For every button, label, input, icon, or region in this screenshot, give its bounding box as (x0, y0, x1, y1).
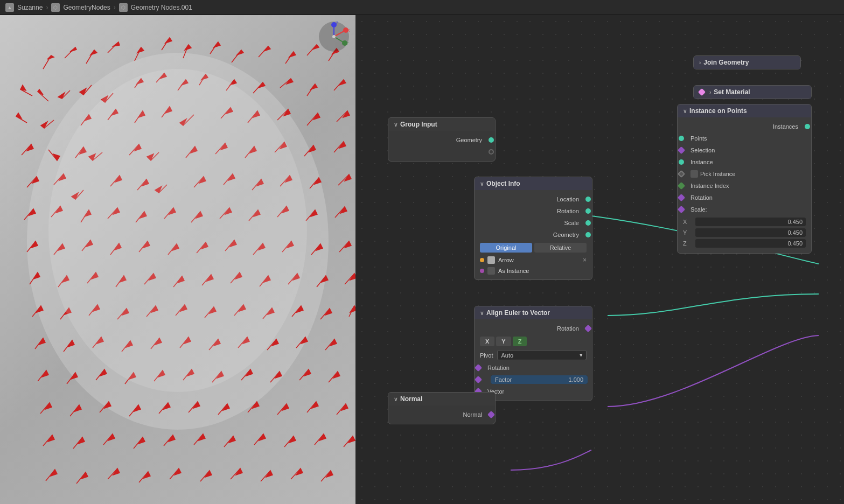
align-euler-rotation-input-socket[interactable] (475, 364, 482, 372)
svg-marker-4 (70, 47, 76, 52)
set-material-chevron: › (709, 89, 711, 95)
node-object-info-header[interactable]: ∨ Object Info (475, 177, 592, 190)
iop-scale-x-val[interactable]: 0.450 (695, 218, 806, 226)
viewport-nav[interactable]: X Y Z (318, 20, 350, 53)
iop-selection-socket[interactable] (678, 146, 685, 154)
svg-marker-286 (312, 402, 318, 408)
object-info-scale-socket[interactable] (585, 220, 591, 226)
breadcrumb-geometry-nodes-001[interactable]: Geometry Nodes.001 (131, 4, 192, 11)
svg-marker-220 (325, 309, 332, 315)
svg-marker-320 (175, 468, 181, 475)
object-info-relative-btn[interactable]: Relative (534, 243, 587, 253)
align-euler-rotation-input-row: Rotation (475, 362, 592, 374)
node-group-input[interactable]: ∨ Group Input Geometry (388, 117, 496, 162)
iop-scale-x-row: X 0.450 (683, 216, 806, 227)
iop-instance-socket[interactable] (679, 159, 684, 165)
object-info-title: Object Info (486, 180, 520, 187)
object-info-location-socket[interactable] (585, 197, 591, 202)
svg-marker-312 (51, 470, 57, 476)
node-instance-on-points[interactable]: ∨ Instance on Points Instances Points Se… (677, 104, 812, 254)
align-euler-pivot-select[interactable]: Auto ▾ (497, 350, 587, 360)
node-align-euler[interactable]: ∨ Align Euler to Vector Rotation X Y Z P… (474, 306, 592, 401)
align-euler-factor-bar[interactable]: Factor 1.000 (491, 375, 588, 384)
node-object-info[interactable]: ∨ Object Info Location Rotation Scale Ge… (474, 177, 592, 280)
object-info-geometry-socket[interactable] (585, 232, 591, 237)
iop-title: Instance on Points (689, 107, 747, 115)
svg-text:Z: Z (336, 20, 338, 25)
object-info-geometry-row: Geometry (475, 229, 592, 241)
align-euler-factor-socket[interactable] (475, 376, 482, 383)
node-normal-header[interactable]: ∨ Normal (388, 393, 495, 405)
object-close-btn[interactable]: × (583, 256, 587, 264)
object-info-geometry-label: Geometry (553, 232, 579, 238)
group-input-geometry-socket[interactable] (489, 137, 494, 143)
svg-marker-222 (350, 306, 355, 312)
breadcrumb-geometry-nodes[interactable]: GeometryNodes (63, 4, 110, 11)
iop-scale-socket[interactable] (678, 206, 685, 213)
iop-scale-label: Scale: (690, 206, 707, 213)
align-euler-rotation-socket[interactable] (584, 325, 592, 332)
iop-instances-socket[interactable] (805, 124, 810, 129)
as-instance-label: As Instance (498, 268, 587, 274)
svg-marker-310 (348, 436, 355, 443)
node-iop-header[interactable]: ∨ Instance on Points (678, 104, 811, 117)
iop-selection-row: Selection (678, 144, 811, 156)
align-euler-z-btn[interactable]: Z (513, 337, 527, 346)
svg-marker-296 (138, 437, 145, 444)
normal-output-row: Normal (388, 409, 495, 421)
iop-points-label: Points (690, 135, 707, 142)
iop-instance-index-label: Instance Index (690, 183, 729, 189)
svg-marker-6 (90, 50, 97, 55)
object-info-as-instance-row: As Instance (475, 265, 592, 276)
iop-scale-y-val[interactable]: 0.450 (695, 228, 806, 237)
svg-marker-264 (304, 369, 311, 376)
align-euler-body: Rotation X Y Z Pivot Auto ▾ (475, 319, 592, 401)
align-euler-rotation-input-label: Rotation (487, 365, 510, 371)
main-area: X Y Z ∨ Gr (0, 15, 844, 504)
node-join-geometry[interactable]: › Join Geometry (693, 55, 801, 69)
svg-marker-54 (339, 80, 346, 85)
iop-scale-y-label: Y (683, 229, 691, 236)
normal-output-socket[interactable] (487, 411, 495, 418)
object-info-scale-row: Scale (475, 217, 592, 229)
iop-points-socket[interactable] (679, 136, 684, 141)
node-group-input-header[interactable]: ∨ Group Input (388, 118, 495, 131)
align-euler-y-btn[interactable]: Y (496, 337, 511, 346)
svg-marker-16 (214, 42, 220, 47)
iop-scale-z-row: Z 0.450 (683, 238, 806, 249)
iop-instances-row: Instances (678, 121, 811, 132)
node-editor[interactable]: ∨ Group Input Geometry ∨ Object Info (355, 15, 844, 504)
as-instance-dot (480, 269, 484, 273)
breadcrumb-suzanne[interactable]: Suzanne (17, 4, 43, 11)
iop-rotation-socket[interactable] (678, 194, 685, 201)
align-euler-rotation-row: Rotation (475, 323, 592, 334)
iop-pick-socket[interactable] (678, 170, 685, 178)
iop-instance-index-socket[interactable] (678, 182, 685, 190)
node-set-material[interactable]: › Set Material (693, 85, 812, 99)
iop-scale-z-val[interactable]: 0.450 (695, 239, 806, 248)
object-info-body: Location Rotation Scale Geometry Origina… (475, 190, 592, 279)
object-info-rotation-label: Rotation (557, 208, 579, 214)
svg-text:X: X (347, 28, 350, 33)
align-euler-axis-group: X Y Z (475, 334, 592, 348)
object-name[interactable]: Arrow (498, 257, 580, 263)
object-info-rotation-socket[interactable] (585, 208, 591, 214)
group-input-extra-socket[interactable] (489, 149, 494, 155)
node-join-geometry-header[interactable]: › Join Geometry (694, 56, 800, 69)
node-normal[interactable]: ∨ Normal Normal (388, 392, 496, 424)
svg-marker-318 (144, 472, 150, 478)
svg-marker-308 (319, 434, 326, 440)
svg-marker-284 (282, 404, 289, 410)
as-instance-icon (487, 267, 495, 275)
object-info-scale-label: Scale (564, 220, 579, 226)
align-euler-x-btn[interactable]: X (480, 337, 494, 346)
node-set-material-header[interactable]: › Set Material (694, 86, 811, 99)
svg-marker-224 (39, 338, 45, 345)
align-euler-chevron: ∨ (480, 310, 484, 316)
viewport[interactable]: X Y Z (0, 15, 355, 504)
node-align-euler-header[interactable]: ∨ Align Euler to Vector (475, 306, 592, 319)
svg-marker-14 (185, 45, 191, 50)
iop-scale-x-label: X (683, 219, 691, 225)
align-euler-pivot-label: Pivot (480, 352, 493, 359)
object-info-original-btn[interactable]: Original (480, 243, 532, 253)
